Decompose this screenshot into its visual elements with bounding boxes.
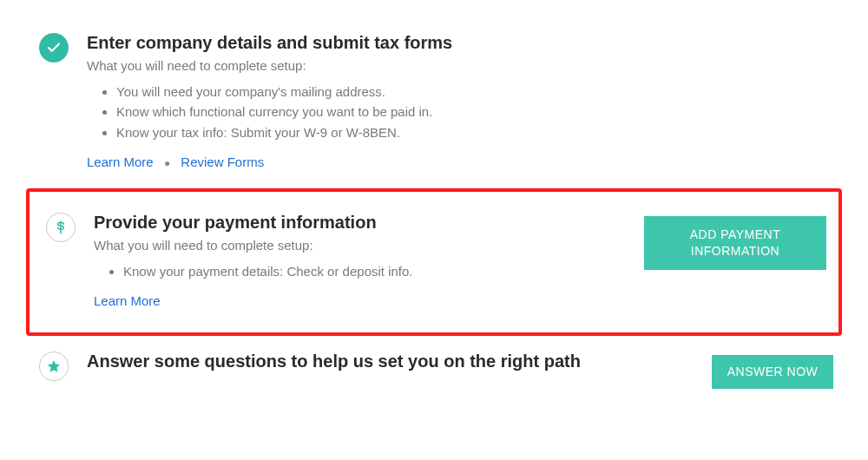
step-title: Enter company details and submit tax for… (87, 33, 651, 53)
add-payment-information-button[interactable]: ADD PAYMENT INFORMATION (644, 216, 826, 270)
answer-now-button[interactable]: ANSWER NOW (712, 355, 833, 389)
step-payment-info: Provide your payment information What yo… (33, 197, 835, 327)
checkmark-icon (39, 33, 69, 62)
step-answer-questions: Answer some questions to help us set you… (26, 336, 842, 408)
step-action-col: ADD PAYMENT INFORMATION (644, 213, 826, 270)
step-company-details: Enter company details and submit tax for… (26, 17, 842, 188)
star-icon (39, 352, 69, 381)
step-content: Provide your payment information What yo… (80, 213, 644, 308)
learn-more-link[interactable]: Learn More (94, 293, 161, 308)
step-content: Answer some questions to help us set you… (73, 352, 651, 377)
requirements-list: Know your payment details: Check or depo… (94, 261, 644, 281)
link-separator: ● (164, 157, 170, 169)
step-icon-col (35, 352, 73, 381)
link-row: Learn More ● Review Forms (87, 154, 651, 169)
step-icon-col (35, 33, 73, 62)
step-subtitle: What you will need to complete setup: (87, 58, 651, 73)
step-title: Answer some questions to help us set you… (87, 352, 651, 371)
step-title: Provide your payment information (94, 213, 644, 233)
list-item: Know which functional currency you want … (116, 102, 651, 122)
step-action-col: ANSWER NOW (651, 352, 833, 389)
requirements-list: You will need your company's mailing add… (87, 82, 651, 142)
learn-more-link[interactable]: Learn More (87, 154, 154, 169)
list-item: Know your tax info: Submit your W-9 or W… (116, 122, 651, 142)
list-item: You will need your company's mailing add… (116, 82, 651, 102)
step-icon-col (42, 213, 80, 242)
svg-marker-1 (48, 361, 59, 371)
link-row: Learn More (94, 293, 644, 308)
highlighted-step-box: Provide your payment information What yo… (26, 188, 842, 336)
dollar-icon (46, 213, 76, 242)
step-subtitle: What you will need to complete setup: (94, 238, 644, 253)
review-forms-link[interactable]: Review Forms (181, 154, 264, 169)
step-action-col (651, 33, 833, 36)
step-content: Enter company details and submit tax for… (73, 33, 651, 169)
list-item: Know your payment details: Check or depo… (123, 261, 644, 281)
